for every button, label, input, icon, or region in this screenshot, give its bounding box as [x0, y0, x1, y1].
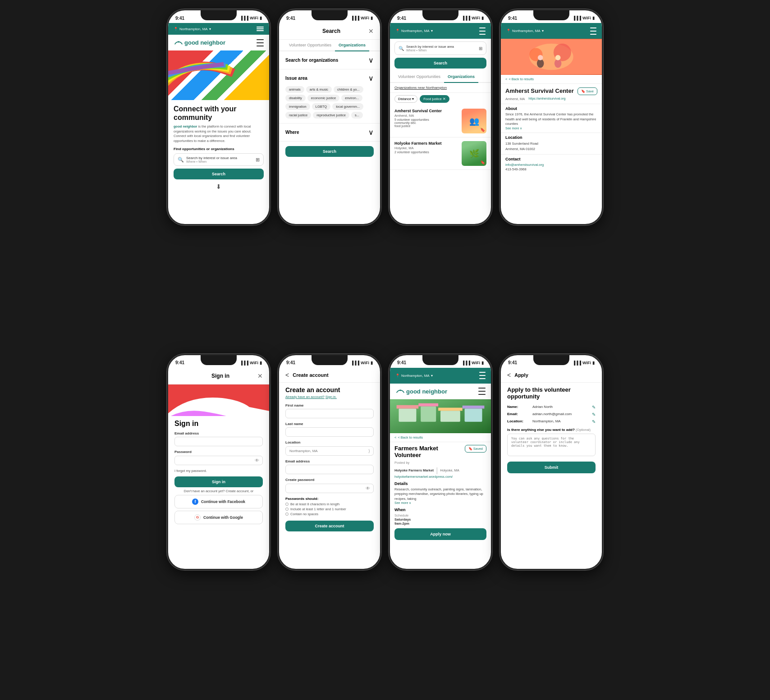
modal-search-button[interactable]: Search	[285, 146, 374, 157]
email-input[interactable]	[174, 437, 263, 446]
vol-title-row: Farmers Market Volunteer 🔖 Saved	[394, 445, 486, 461]
tag-environ[interactable]: environ...	[341, 95, 362, 101]
location-display[interactable]: 📍 Northampton, MA ▾	[395, 374, 433, 378]
optional-section: Is there anything else you want to add? …	[507, 428, 596, 458]
wifi-icon: WiFi	[361, 361, 369, 365]
scroll-down-indicator[interactable]: ⬇	[174, 179, 264, 194]
tag-disability[interactable]: disability	[285, 95, 306, 101]
saved-button[interactable]: 🔖 Saved	[465, 445, 486, 453]
logo-icon	[395, 388, 405, 394]
optional-textarea[interactable]	[507, 434, 596, 456]
tag-reproductive[interactable]: reproductive justice	[313, 112, 349, 119]
back-arrow-button[interactable]: <	[507, 371, 511, 379]
tag-more[interactable]: s...	[351, 112, 363, 119]
last-name-input[interactable]	[285, 427, 374, 437]
bookmark-icon[interactable]: 🔖	[480, 128, 485, 132]
location-header: 📍 Northampton, MA ▾	[390, 368, 491, 384]
edit-location-icon[interactable]: ✎	[592, 419, 596, 424]
filter-icon[interactable]: ⊞	[256, 157, 260, 163]
vol-hero-image	[390, 399, 491, 433]
modal-footer: Search	[279, 142, 380, 161]
tag-arts[interactable]: arts & music	[306, 86, 332, 93]
contact-phone[interactable]: 413-549-3968	[505, 167, 597, 172]
org-card-amherst[interactable]: Amherst Survival Center Amherst, MA 5 vo…	[390, 105, 491, 137]
forgot-password-link[interactable]: I forgot my password.	[174, 469, 263, 473]
main-menu[interactable]	[479, 371, 486, 380]
app-logo[interactable]: good neighbor	[174, 39, 225, 46]
org-website-link[interactable]: holyokefarmersmarket.wordpress.com/	[394, 475, 486, 479]
contact-email[interactable]: info@amherstsurvival.org	[505, 163, 597, 167]
tag-immigration[interactable]: immigration	[285, 103, 310, 110]
notch	[533, 355, 569, 365]
edit-email-icon[interactable]: ✎	[592, 412, 596, 417]
location-header: 📍 Northampton, MA ▾	[501, 23, 602, 39]
tab-organizations[interactable]: Organizations	[335, 40, 369, 51]
save-button[interactable]: 🔖 Save	[578, 87, 597, 95]
main-menu[interactable]	[590, 27, 596, 35]
hamburger-menu[interactable]	[257, 27, 264, 31]
password-label: Password	[174, 450, 263, 454]
where-header[interactable]: Where ∨	[285, 128, 374, 137]
menu-line	[590, 27, 596, 28]
hero-title: Connect with your community	[174, 105, 264, 122]
create-account-button[interactable]: Create account	[285, 521, 374, 531]
tab-volunteer[interactable]: Volunteer Opportunities	[285, 40, 335, 50]
see-more-button[interactable]: See more ∨	[394, 501, 486, 505]
location-display[interactable]: 📍 Northampton, MA ▾	[174, 27, 211, 31]
search-button[interactable]: Search	[174, 169, 264, 179]
main-menu[interactable]	[257, 38, 264, 47]
see-more-button[interactable]: See more ∨	[505, 127, 597, 130]
tag-local-gov[interactable]: local governm...	[332, 103, 363, 110]
close-button[interactable]: ✕	[257, 372, 263, 380]
filter-icon[interactable]: ⊞	[479, 46, 482, 51]
location-display[interactable]: 📍 Northampton, MA ▾	[506, 29, 544, 33]
password-input[interactable]	[174, 456, 263, 465]
details-text: Research, community outreach, painting s…	[394, 487, 486, 502]
eye-icon[interactable]: 👁	[366, 485, 370, 490]
org-website[interactable]: https://amherstsurvival.org	[528, 97, 565, 101]
menu-line	[257, 39, 264, 40]
back-link[interactable]: < < Back to results	[390, 433, 491, 442]
home-search-box[interactable]: 🔍 Search by interest or issue area Where…	[174, 153, 264, 166]
email-input[interactable]	[285, 465, 374, 474]
google-signin-button[interactable]: G Continue with Google	[174, 511, 263, 524]
close-button[interactable]: ✕	[368, 27, 374, 35]
results-search-btn[interactable]: Search	[394, 58, 486, 69]
tag-racial[interactable]: racial justice	[285, 112, 311, 119]
create-password-input[interactable]	[285, 484, 374, 493]
bookmark-icon[interactable]: 🔖	[480, 160, 485, 165]
google-btn-label: Continue with Google	[203, 515, 243, 520]
location-display[interactable]: 📍 Northampton, MA ▾	[395, 29, 433, 33]
submit-button[interactable]: Submit	[507, 462, 596, 473]
first-name-input[interactable]	[285, 409, 374, 418]
tag-economic[interactable]: economic justice	[307, 95, 339, 101]
menu-line	[479, 375, 486, 376]
filter-row: Distance ▾ Food justice ✕	[390, 93, 491, 105]
tag-lgbtq[interactable]: LGBTQ	[312, 103, 330, 110]
email-label: Email address	[174, 431, 263, 435]
main-menu-2[interactable]	[478, 387, 486, 396]
org-card-farmers[interactable]: Holyoke Farmers Market Holyoke, MA 2 vol…	[390, 137, 491, 170]
main-menu[interactable]	[479, 27, 486, 35]
eye-icon[interactable]: 👁	[255, 458, 259, 462]
search-orgs-header[interactable]: Search for organizations ∨	[285, 56, 374, 64]
filter-food-justice[interactable]: Food justice ✕	[420, 95, 449, 103]
app-logo[interactable]: good neighbor	[395, 388, 447, 395]
tag-children[interactable]: children & yo...	[334, 86, 363, 93]
search-bar-compact[interactable]: 🔍 Search by interest or issue area Where…	[394, 41, 486, 55]
tag-animals[interactable]: animals	[285, 86, 304, 93]
tab-volunteer[interactable]: Volunteer Opportunities	[394, 71, 444, 82]
back-arrow-button[interactable]: <	[285, 371, 289, 379]
signin-button[interactable]: Sign in	[174, 476, 263, 487]
back-link[interactable]: < < Back to results	[501, 75, 602, 84]
location-row: Location: Northampton, MA ✎	[507, 419, 596, 424]
issue-area-header[interactable]: Issue area ∨	[285, 74, 374, 82]
location-input[interactable]	[285, 446, 374, 456]
apply-now-button[interactable]: Apply now	[394, 528, 486, 540]
tab-organizations[interactable]: Organizations	[444, 71, 478, 83]
sign-in-link[interactable]: Sign in.	[325, 395, 337, 399]
phone-vol-detail: 9:41 ▐▐▐ WiFi ▮ 📍 Northampton, MA ▾	[389, 354, 492, 570]
edit-name-icon[interactable]: ✎	[592, 405, 596, 410]
filter-distance[interactable]: Distance ▾	[394, 95, 417, 103]
facebook-signin-button[interactable]: f Continue with Facebook	[174, 495, 263, 508]
